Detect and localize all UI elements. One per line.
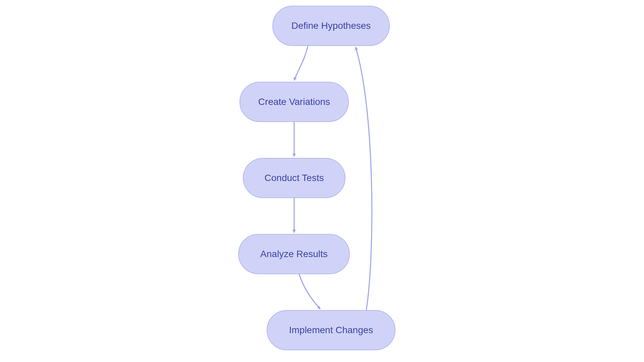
node-implement-changes: Implement Changes bbox=[267, 310, 395, 350]
node-analyze-results: Analyze Results bbox=[238, 234, 350, 274]
edge-analyze-implement bbox=[299, 274, 320, 309]
node-label: Define Hypotheses bbox=[291, 20, 371, 31]
node-label: Implement Changes bbox=[289, 325, 373, 336]
node-create-variations: Create Variations bbox=[239, 82, 349, 122]
node-label: Analyze Results bbox=[260, 249, 328, 259]
node-define-hypotheses: Define Hypotheses bbox=[272, 6, 390, 46]
edge-implement-define bbox=[356, 47, 372, 310]
node-label: Create Variations bbox=[258, 97, 330, 107]
node-conduct-tests: Conduct Tests bbox=[243, 158, 345, 198]
node-label: Conduct Tests bbox=[265, 173, 324, 183]
flowchart-canvas: Define Hypotheses Create Variations Cond… bbox=[0, 0, 644, 362]
edge-define-create bbox=[294, 46, 308, 80]
